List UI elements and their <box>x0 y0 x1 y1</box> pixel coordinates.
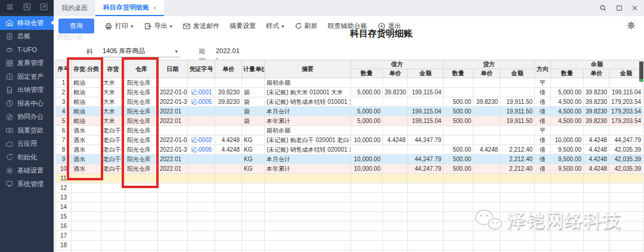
data-cell[interactable] <box>188 116 215 126</box>
data-cell[interactable] <box>265 250 351 252</box>
data-cell[interactable] <box>473 88 500 97</box>
data-cell[interactable] <box>473 126 500 136</box>
data-cell[interactable] <box>444 174 473 183</box>
data-cell[interactable] <box>500 193 535 202</box>
data-cell[interactable] <box>383 231 408 241</box>
data-cell[interactable] <box>535 193 551 202</box>
data-cell[interactable] <box>444 212 473 222</box>
data-cell[interactable] <box>215 116 242 126</box>
data-cell[interactable]: 500.00 <box>444 116 473 126</box>
data-cell[interactable]: 19,911.50 <box>500 116 535 126</box>
data-cell[interactable] <box>158 212 188 222</box>
row-number-cell[interactable]: 5 <box>56 116 72 126</box>
data-cell[interactable] <box>188 155 215 164</box>
data-cell[interactable] <box>215 250 242 252</box>
data-cell[interactable] <box>383 222 408 231</box>
data-cell[interactable] <box>535 202 551 212</box>
data-cell[interactable] <box>473 212 500 222</box>
data-cell[interactable] <box>158 183 188 193</box>
data-cell[interactable]: 借 <box>535 164 551 174</box>
data-cell[interactable] <box>125 212 158 222</box>
data-cell[interactable] <box>408 174 444 183</box>
data-cell[interactable]: 39.8230 <box>584 107 609 116</box>
data-cell[interactable] <box>158 241 188 250</box>
data-cell[interactable] <box>158 231 188 241</box>
row-number-cell[interactable]: 11 <box>56 174 72 183</box>
data-cell[interactable]: 9,500.00 <box>551 155 584 164</box>
data-cell[interactable] <box>125 202 158 212</box>
data-cell[interactable]: 500.00 <box>444 155 473 164</box>
data-cell[interactable]: 老白干 <box>101 145 125 155</box>
data-cell[interactable] <box>215 183 242 193</box>
data-cell[interactable] <box>609 231 643 241</box>
data-cell[interactable] <box>215 193 242 202</box>
data-cell[interactable] <box>551 193 584 202</box>
data-cell[interactable]: 10,000.00 <box>351 136 383 145</box>
data-cell[interactable] <box>188 193 215 202</box>
table-row-11[interactable]: 11 <box>56 174 643 183</box>
data-cell[interactable] <box>125 193 158 202</box>
data-cell[interactable] <box>444 126 473 136</box>
data-cell[interactable]: (未记账) 销售成本结转 010001 大米 <box>265 97 351 107</box>
row-number-cell[interactable]: 18 <box>56 241 72 250</box>
table-row-7[interactable]: 7酒水老白干阳光仓库2022-01-03记-00024.4248KG(未记账) … <box>56 136 643 145</box>
row-number-cell[interactable]: 19 <box>56 250 72 252</box>
table-row-12[interactable]: 12 <box>56 183 643 193</box>
gear-icon[interactable] <box>627 21 636 30</box>
data-cell[interactable] <box>351 202 383 212</box>
data-cell[interactable]: 阳光仓库 <box>125 88 158 97</box>
data-cell[interactable]: 199,115.04 <box>609 88 643 97</box>
data-cell[interactable] <box>444 183 473 193</box>
data-cell[interactable] <box>265 183 351 193</box>
data-cell[interactable]: 42,035.39 <box>609 145 643 155</box>
data-cell[interactable] <box>535 231 551 241</box>
data-cell[interactable]: 199,115.04 <box>408 88 444 97</box>
data-cell[interactable]: 44,247.79 <box>609 136 643 145</box>
data-cell[interactable] <box>473 241 500 250</box>
data-cell[interactable] <box>101 250 125 252</box>
data-cell[interactable] <box>473 222 500 231</box>
data-cell[interactable] <box>188 222 215 231</box>
row-number-cell[interactable]: 3 <box>56 97 72 107</box>
data-cell[interactable] <box>500 88 535 97</box>
search-icon[interactable] <box>599 4 607 12</box>
data-cell[interactable] <box>408 212 444 222</box>
data-cell[interactable]: 19,911.50 <box>500 107 535 116</box>
data-cell[interactable]: 酒水 <box>72 164 101 174</box>
row-number-cell[interactable]: 14 <box>56 202 72 212</box>
data-cell[interactable]: 44,247.79 <box>408 164 444 174</box>
data-cell[interactable] <box>500 222 535 231</box>
data-cell[interactable] <box>188 174 215 183</box>
data-cell[interactable] <box>473 174 500 183</box>
data-cell[interactable] <box>609 193 643 202</box>
data-cell[interactable] <box>535 222 551 231</box>
data-cell[interactable] <box>188 126 215 136</box>
data-cell[interactable] <box>444 78 473 88</box>
table-row-19[interactable]: 19 <box>56 250 643 252</box>
summary-settings-button[interactable]: 摘要设置 <box>230 21 256 30</box>
data-cell[interactable]: KG <box>242 136 265 145</box>
data-cell[interactable] <box>500 202 535 212</box>
table-row-2[interactable]: 2粮油大米阳光仓库2022-01-01记-000139.8230袋(未记账) 购… <box>56 88 643 97</box>
data-cell[interactable]: 199,115.04 <box>408 107 444 116</box>
data-cell[interactable] <box>383 212 408 222</box>
data-cell[interactable] <box>242 241 265 250</box>
data-cell[interactable] <box>72 231 101 241</box>
table-row-17[interactable]: 17 <box>56 231 643 241</box>
data-cell[interactable] <box>551 222 584 231</box>
send-mail-button[interactable]: 发送邮件 <box>182 21 219 30</box>
sidebar-item-tufo[interactable]: T-UFO <box>0 43 54 57</box>
data-cell[interactable] <box>215 241 242 250</box>
data-cell[interactable] <box>408 241 444 250</box>
data-cell[interactable]: 借 <box>535 155 551 164</box>
data-cell[interactable] <box>72 174 101 183</box>
data-cell[interactable] <box>535 241 551 250</box>
row-number-cell[interactable]: 1 <box>56 78 72 88</box>
data-cell[interactable] <box>584 231 609 241</box>
data-cell[interactable] <box>551 183 584 193</box>
sidebar-item-cashier[interactable]: 出纳管理 <box>0 84 54 97</box>
data-cell[interactable] <box>125 174 158 183</box>
sidebar-item-system-management[interactable]: 系统管理 <box>0 177 54 191</box>
data-cell[interactable] <box>242 126 265 136</box>
data-cell[interactable]: 本年累计 <box>265 116 351 126</box>
